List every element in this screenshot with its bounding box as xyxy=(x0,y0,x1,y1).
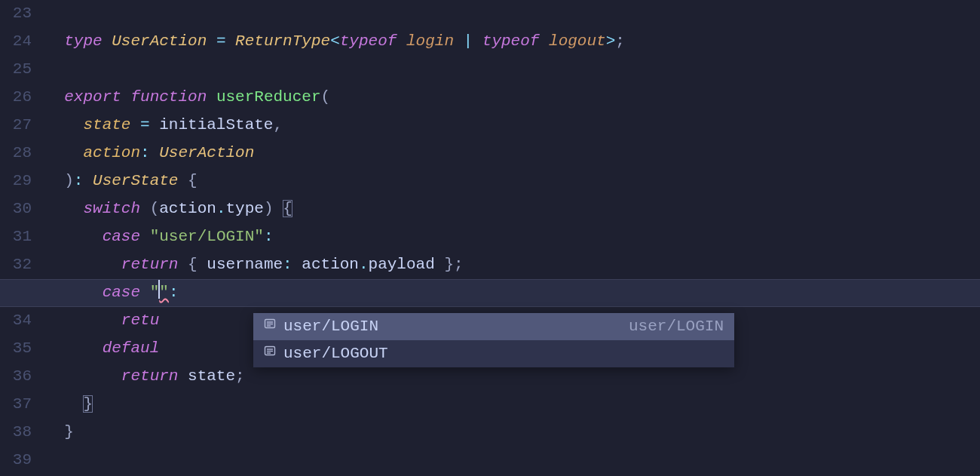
enum-member-icon xyxy=(261,343,279,364)
autocomplete-label: user/LOGOUT xyxy=(283,340,709,368)
code-line[interactable]: state = initialState, xyxy=(45,112,980,140)
autocomplete-item[interactable]: user/LOGOUT xyxy=(253,340,734,367)
error-squiggle: " xyxy=(159,284,169,301)
keyword-case: case xyxy=(103,228,140,245)
autocomplete-item[interactable]: user/LOGIN user/LOGIN xyxy=(253,313,734,340)
line-number: 34 xyxy=(0,307,32,335)
line-number: 27 xyxy=(0,112,32,140)
autocomplete-detail: user/LOGIN xyxy=(629,313,724,341)
keyword-return: return xyxy=(121,256,179,273)
line-number: 29 xyxy=(0,167,32,195)
code-line[interactable]: } xyxy=(45,391,980,419)
type-name: ReturnType xyxy=(235,32,330,50)
autocomplete-popup[interactable]: user/LOGIN user/LOGIN user/LOGOUT xyxy=(253,313,734,367)
code-editor[interactable]: 23 24 25 26 27 28 29 30 31 32 33 34 35 3… xyxy=(0,0,980,476)
line-number: 26 xyxy=(0,84,32,112)
enum-member-icon xyxy=(261,316,279,337)
line-number-gutter: 23 24 25 26 27 28 29 30 31 32 33 34 35 3… xyxy=(0,0,45,476)
identifier: initialState xyxy=(159,116,273,134)
code-line[interactable]: case "user/LOGIN": xyxy=(45,223,980,251)
line-number: 25 xyxy=(0,56,32,84)
code-line[interactable]: export function userReducer( xyxy=(45,84,980,112)
line-number: 30 xyxy=(0,195,32,223)
property: type xyxy=(226,200,264,217)
keyword-export: export xyxy=(64,88,121,106)
line-number: 39 xyxy=(0,447,32,474)
keyword-type: type xyxy=(64,32,102,50)
code-area[interactable]: type UserAction = ReturnType<typeof logi… xyxy=(45,0,980,476)
code-line-active[interactable]: case "": xyxy=(45,279,980,307)
code-line[interactable] xyxy=(45,447,980,474)
type-name: UserAction xyxy=(159,144,254,161)
parameter: state xyxy=(83,116,130,134)
code-line[interactable] xyxy=(45,0,980,28)
line-number: 32 xyxy=(0,251,32,279)
code-line[interactable] xyxy=(45,56,980,84)
keyword-typeof: typeof xyxy=(482,32,540,50)
line-number: 28 xyxy=(0,140,32,167)
code-line[interactable]: ): UserState { xyxy=(45,167,980,195)
identifier: action xyxy=(302,256,359,273)
line-number: 23 xyxy=(0,0,32,28)
code-line[interactable]: return { username: action.payload }; xyxy=(45,251,980,279)
identifier: action xyxy=(159,200,216,217)
brace-close: } xyxy=(83,395,93,413)
brace-close: } xyxy=(64,423,74,441)
keyword-case: case xyxy=(103,284,140,301)
keyword-default-partial: defaul xyxy=(103,339,160,357)
brace-open: { xyxy=(283,200,292,217)
line-number: 35 xyxy=(0,335,32,363)
function-name: userReducer xyxy=(216,88,321,106)
keyword-return: return xyxy=(121,367,179,385)
code-line[interactable]: switch (action.type) { xyxy=(45,195,980,223)
code-line[interactable]: action: UserAction xyxy=(45,140,980,167)
identifier: logout xyxy=(549,32,606,50)
property: username xyxy=(207,256,283,273)
line-number: 24 xyxy=(0,28,32,56)
keyword-return-partial: retu xyxy=(121,312,159,329)
keyword-typeof: typeof xyxy=(340,32,397,50)
line-number: 37 xyxy=(0,391,32,419)
type-name: UserAction xyxy=(112,32,207,50)
parameter: action xyxy=(83,144,140,161)
line-number: 36 xyxy=(0,363,32,391)
line-number: 38 xyxy=(0,419,32,447)
property: payload xyxy=(369,256,435,273)
keyword-switch: switch xyxy=(83,200,140,217)
code-line[interactable]: } xyxy=(45,419,980,447)
code-line[interactable]: type UserAction = ReturnType<typeof logi… xyxy=(45,28,980,56)
string-literal: user/LOGIN xyxy=(159,228,254,245)
keyword-function: function xyxy=(130,88,207,106)
identifier: state xyxy=(188,367,235,385)
identifier: login xyxy=(406,32,454,50)
autocomplete-label: user/LOGIN xyxy=(283,313,614,341)
line-number: 31 xyxy=(0,223,32,251)
type-name: UserState xyxy=(93,172,178,189)
